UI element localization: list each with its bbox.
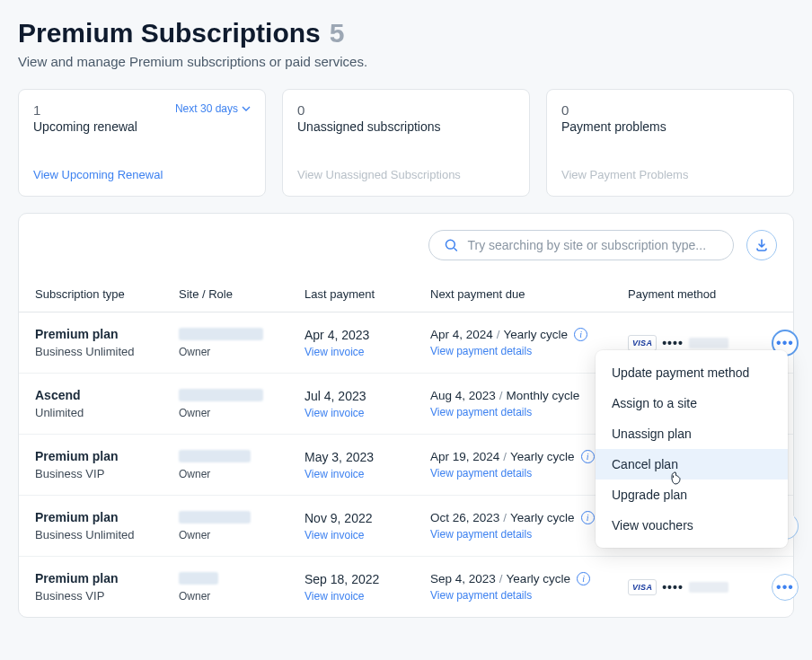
col-next-payment: Next payment due <box>430 287 628 301</box>
menu-assign-site[interactable]: Assign to a site <box>596 388 788 418</box>
row-actions-button[interactable]: ••• <box>772 574 799 601</box>
info-icon[interactable]: i <box>574 328 587 341</box>
last-payment-date: Nov 9, 2022 <box>304 511 430 525</box>
col-last-payment: Last payment <box>304 287 430 301</box>
menu-vouchers[interactable]: View vouchers <box>596 510 788 541</box>
billing-cycle: Yearly cycle <box>510 511 575 524</box>
view-invoice-link[interactable]: View invoice <box>304 346 430 358</box>
plan-tier: Business VIP <box>35 589 179 603</box>
separator: / <box>499 572 503 585</box>
role-label: Owner <box>179 346 304 358</box>
plan-name: Premium plan <box>35 449 179 463</box>
more-icon: ••• <box>776 580 794 594</box>
col-subscription-type: Subscription type <box>35 287 179 301</box>
last-payment-date: May 3, 2023 <box>304 450 430 464</box>
page-subtitle: View and manage Premium subscriptions or… <box>18 54 794 69</box>
card-unassigned-label: Unassigned subscriptions <box>297 119 515 134</box>
menu-update-payment[interactable]: Update payment method <box>596 357 788 388</box>
separator: / <box>503 450 507 463</box>
plan-name: Premium plan <box>35 510 179 524</box>
billing-cycle: Yearly cycle <box>504 328 569 341</box>
role-label: Owner <box>179 590 304 603</box>
role-label: Owner <box>179 468 304 480</box>
card-masked: •••• <box>662 580 684 594</box>
plan-name: Premium plan <box>35 327 179 341</box>
col-site-role: Site / Role <box>179 287 304 301</box>
view-upcoming-renewal-link[interactable]: View Upcoming Renewal <box>33 168 251 181</box>
svg-point-0 <box>446 240 455 249</box>
site-redacted <box>179 511 251 524</box>
card-upcoming-renewal: 1 Next 30 days Upcoming renewal View Upc… <box>18 89 266 197</box>
site-redacted <box>179 572 218 585</box>
view-problems-link: View Payment Problems <box>561 168 779 181</box>
role-label: Owner <box>179 529 304 541</box>
table-header: Subscription type Site / Role Last payme… <box>19 277 793 312</box>
period-selector[interactable]: Next 30 days <box>175 102 251 115</box>
col-payment-method: Payment method <box>628 287 761 301</box>
next-payment-date: Oct 26, 2023 <box>430 511 499 524</box>
table-row: Premium plan Business Unlimited Owner Ap… <box>19 312 793 374</box>
plan-tier: Business VIP <box>35 467 179 480</box>
search-box[interactable] <box>428 230 734 260</box>
view-payment-details-link[interactable]: View payment details <box>430 589 628 602</box>
info-icon[interactable]: i <box>581 511 595 524</box>
table-row: Premium plan Business VIP Owner Sep 18, … <box>19 557 793 617</box>
visa-badge: VISA <box>628 335 657 351</box>
view-invoice-link[interactable]: View invoice <box>304 407 430 419</box>
last-payment-date: Sep 18, 2022 <box>304 572 430 586</box>
search-input[interactable] <box>467 238 719 252</box>
next-payment-date: Sep 4, 2023 <box>430 572 496 585</box>
visa-badge: VISA <box>628 579 657 595</box>
download-button[interactable] <box>746 230 777 260</box>
separator: / <box>499 389 503 402</box>
next-payment-date: Apr 19, 2024 <box>430 450 499 463</box>
separator: / <box>503 511 507 524</box>
view-invoice-link[interactable]: View invoice <box>304 468 430 480</box>
card-problems-count: 0 <box>561 102 569 118</box>
info-icon[interactable]: i <box>577 572 590 585</box>
menu-unassign[interactable]: Unassign plan <box>596 418 788 449</box>
card-last4-redacted <box>689 582 728 593</box>
last-payment-date: Jul 4, 2023 <box>304 389 430 403</box>
card-masked: •••• <box>662 336 684 350</box>
card-payment-problems: 0 Payment problems View Payment Problems <box>546 89 794 197</box>
view-invoice-link[interactable]: View invoice <box>304 590 430 603</box>
view-unassigned-link: View Unassigned Subscriptions <box>297 168 515 181</box>
subscriptions-panel: Subscription type Site / Role Last payme… <box>18 213 794 618</box>
period-label: Next 30 days <box>175 102 238 115</box>
role-label: Owner <box>179 407 304 419</box>
card-unassigned-count: 0 <box>297 102 304 118</box>
billing-cycle: Monthly cycle <box>507 389 580 402</box>
card-upcoming-label: Upcoming renewal <box>33 119 251 134</box>
card-upcoming-count: 1 <box>33 102 40 118</box>
site-redacted <box>179 328 263 340</box>
plan-tier: Unlimited <box>35 406 179 419</box>
card-unassigned: 0 Unassigned subscriptions View Unassign… <box>282 89 530 197</box>
menu-upgrade[interactable]: Upgrade plan <box>596 480 788 510</box>
site-redacted <box>179 450 251 462</box>
card-last4-redacted <box>689 338 728 348</box>
chevron-down-icon <box>242 104 251 113</box>
more-icon: ••• <box>776 336 794 350</box>
menu-cancel-plan[interactable]: Cancel plan <box>596 449 788 480</box>
billing-cycle: Yearly cycle <box>507 572 571 585</box>
plan-name: Ascend <box>35 388 179 402</box>
plan-tier: Business Unlimited <box>35 345 179 358</box>
page-title: Premium Subscriptions <box>18 18 321 48</box>
info-icon[interactable]: i <box>581 450 595 463</box>
view-invoice-link[interactable]: View invoice <box>304 529 430 541</box>
plan-name: Premium plan <box>35 571 179 585</box>
separator: / <box>497 328 500 341</box>
site-redacted <box>179 389 263 401</box>
download-icon <box>755 238 769 252</box>
next-payment-date: Aug 4, 2023 <box>430 389 496 402</box>
svg-line-1 <box>455 248 457 251</box>
plan-tier: Business Unlimited <box>35 528 179 541</box>
row-actions-menu: Update payment method Assign to a site U… <box>596 350 788 548</box>
next-payment-date: Apr 4, 2024 <box>430 328 493 341</box>
billing-cycle: Yearly cycle <box>510 450 575 463</box>
page-title-count: 5 <box>330 18 345 48</box>
card-problems-label: Payment problems <box>561 119 779 134</box>
cursor-icon <box>669 471 682 485</box>
last-payment-date: Apr 4, 2023 <box>304 328 430 342</box>
